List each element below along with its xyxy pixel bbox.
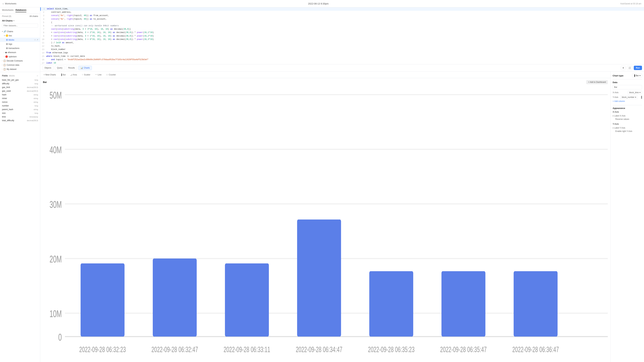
sidebar-item-ethereum[interactable]: › ◆ ethereum — [0, 50, 40, 54]
line-number: 13 — [40, 48, 46, 51]
line-content: ( — [46, 21, 644, 24]
blocks-action-share[interactable]: ↗ — [36, 39, 38, 41]
line-number: 11 — [40, 41, 46, 44]
all-chains-link[interactable]: All chains — [30, 15, 38, 17]
label-y-arrow: ▾ — [613, 127, 614, 129]
chevron-chains: ▾ — [2, 30, 3, 32]
editor-area[interactable]: 1select block_time,2 contract_address,3 … — [40, 7, 644, 64]
sidebar-item-bsc[interactable]: ▾ 🟡 bsc — [0, 33, 40, 38]
fields-header: Fields blocks − — [0, 73, 40, 78]
sidebar-item-blocks[interactable]: ⊞ blocks ☆ ↗ — [0, 38, 40, 42]
chart-tab-line[interactable]: 〰 Line — [94, 73, 103, 77]
line-chart-icon: 〰 — [95, 73, 97, 76]
x-axis-label: X-Axis — [613, 91, 618, 94]
chart-type-bar-icon: ▐ — [634, 74, 635, 77]
field-type: decimal(38,0) — [27, 90, 38, 92]
divider-1 — [613, 79, 642, 79]
chart-type-chevron: ▾ — [640, 74, 640, 77]
sidebar-item-chains[interactable]: ▾ 🔗 Chains — [0, 29, 40, 33]
chart-type-header: Chart type ▐ Bar ▾ — [613, 73, 642, 78]
code-line-8: 8 + cast(conv(substring(data, 3 + 2*16, … — [40, 31, 644, 34]
add-dashboard-button[interactable]: + Add to Dashboard — [586, 80, 608, 84]
chevron-optimism: › — [4, 56, 4, 57]
label-y-axis-item[interactable]: ▾ Label Y-Axis — [613, 126, 642, 130]
tab-databases[interactable]: Databases — [16, 9, 26, 12]
line-number: 10 — [40, 38, 46, 41]
svg-rect-12 — [81, 264, 124, 337]
field-name: time — [2, 116, 6, 118]
run-button[interactable]: Run — [634, 66, 642, 70]
autosave-label: AutoSaved at 03:18 am — [620, 2, 641, 5]
chart-tab-bar[interactable]: ▐ Bar — [59, 73, 67, 77]
optimism-icon: 🔴 — [5, 55, 8, 58]
line-number: 4 — [40, 17, 46, 21]
pinned-label: Pinned (6) — [2, 15, 11, 17]
add-column-button[interactable]: + Add column — [613, 100, 642, 102]
sidebar-tabs: Worksheets Databases — [0, 7, 40, 14]
query-button[interactable]: Query — [55, 66, 65, 70]
data-section-title: Data — [613, 81, 642, 84]
topbar: ‹ Worksheets 2022-06-13 9:30pm AutoSaved… — [0, 0, 644, 7]
chart-container: ⬡ GeniiData 50M 40M 30M 20M 10M 0 — [40, 85, 610, 362]
y-axis-selector[interactable]: block_number ▾ — [620, 95, 638, 99]
x-axis-row: X-Axis block_time ▾ — [613, 91, 642, 94]
decode-icon: 📋 — [3, 59, 6, 62]
sidebar-item-common-data[interactable]: › 📋 Common data — [0, 63, 40, 67]
expand-button[interactable]: ⬜ — [627, 66, 632, 70]
search-input[interactable] — [2, 24, 38, 28]
download-button[interactable]: ⬇ — [621, 66, 626, 70]
line-content: block_number — [46, 48, 644, 51]
line-number: 16 — [40, 58, 46, 61]
chart-tab-new[interactable]: + New Charts — [42, 73, 57, 77]
sidebar-item-logs[interactable]: ⊞ logs — [0, 42, 40, 46]
charts-button[interactable]: 📊 Charts — [78, 66, 92, 70]
scatter-chart-icon: ⁘ — [82, 73, 83, 76]
code-line-7: 7 cast(conv(substring(data, 3 + 3*16, 16… — [40, 28, 644, 31]
chart-tabs: + New Charts ▐ Bar ◿ Area ⁘ Scatter 〰 — [40, 71, 610, 78]
code-line-17: 17limit 10 — [40, 61, 644, 64]
chart-tab-counter[interactable]: ☆ Counter — [105, 73, 117, 77]
code-line-13: 13 block_number — [40, 48, 644, 51]
code-line-4: 4 concat('0x', right(topic3, 40)) as to_… — [40, 17, 644, 21]
blocks-action-star[interactable]: ☆ — [34, 39, 36, 41]
chart-tab-scatter[interactable]: ⁘ Scatter — [80, 73, 92, 77]
sidebar-item-my-dataset[interactable]: › 📋 My dataset — [0, 67, 40, 71]
line-content: limit 10 — [46, 61, 644, 64]
chevron-decode: › — [2, 60, 2, 62]
sidebar-item-decode-contracts[interactable]: › 📋 Decode Contracts — [0, 59, 40, 63]
line-content: select block_time, — [47, 7, 644, 11]
reverse-values-item: Reverse values — [613, 117, 642, 121]
chains-icon: 🔗 — [4, 30, 6, 33]
field-row: total_difficultydecimal(38,0) — [0, 119, 40, 122]
back-icon[interactable]: ‹ — [3, 2, 4, 5]
results-button[interactable]: Results — [66, 66, 77, 70]
x-axis-selector[interactable]: block_time ▾ — [628, 91, 642, 94]
bar-chart-svg: 50M 40M 30M 20M 10M 0 — [43, 87, 608, 360]
svg-rect-17 — [442, 271, 485, 337]
svg-text:20M: 20M — [50, 254, 62, 265]
code-line-14: 14from ethereum.logs — [40, 51, 644, 55]
y-axis-value: block_number — [622, 96, 634, 98]
field-name: size — [2, 112, 6, 114]
tab-worksheets[interactable]: Worksheets — [2, 9, 14, 12]
chart-type-selector[interactable]: ▐ Bar ▾ — [632, 73, 642, 78]
logs-label: logs — [8, 43, 38, 45]
appearance-section: Appearance X-Axis ▾ Label X-Axis Reverse… — [613, 107, 642, 133]
chart-tab-area[interactable]: ◿ Area — [69, 73, 78, 77]
sidebar-item-transactions[interactable]: ⊞ transactions — [0, 46, 40, 50]
label-x-axis-text: Label X-Axis — [614, 115, 626, 117]
bar-dropdown[interactable]: Bar — [613, 85, 642, 89]
topbar-left: ‹ Worksheets — [3, 2, 16, 5]
fields-collapse-icon[interactable]: − — [37, 74, 38, 77]
objects-button[interactable]: Objects — [42, 66, 54, 70]
label-x-axis-item[interactable]: ▾ Label X-Axis — [613, 114, 642, 117]
line-content: tx_hash, — [46, 44, 644, 48]
field-type: decimal(38,0) — [27, 86, 38, 88]
bsc-icon: 🟡 — [6, 34, 8, 37]
svg-text:30M: 30M — [50, 199, 62, 210]
svg-text:0: 0 — [58, 332, 62, 343]
field-type: decimal(38,0) — [27, 119, 38, 121]
line-number: 2 — [40, 11, 46, 14]
sidebar-item-optimism[interactable]: › 🔴 optimism — [0, 54, 40, 59]
worksheets-nav-label[interactable]: Worksheets — [5, 2, 16, 5]
